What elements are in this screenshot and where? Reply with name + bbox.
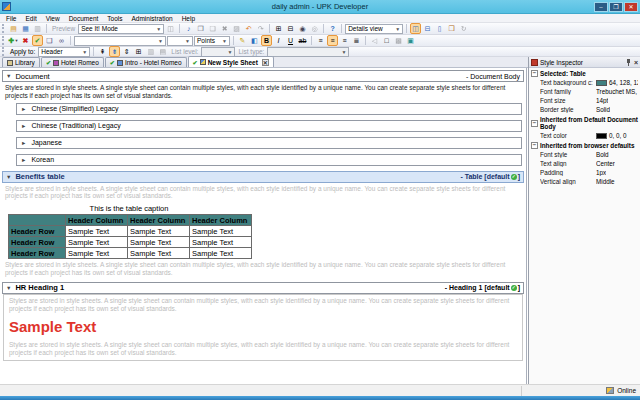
section-header-document[interactable]: ▼ Document - Document Body: [2, 70, 524, 82]
header-column-cell[interactable]: Header Column: [190, 215, 252, 226]
delete-style-icon[interactable]: ✖: [20, 35, 31, 46]
section-japanese[interactable]: ► Japanese: [16, 137, 522, 149]
details-view-select[interactable]: Details view▼: [345, 24, 403, 34]
header-row-cell[interactable]: Header Row: [9, 226, 66, 237]
sample-cell[interactable]: Sample Text: [190, 248, 252, 259]
find-icon[interactable]: ◉: [297, 23, 308, 34]
collapse-minus-icon[interactable]: −: [531, 70, 538, 77]
collapse-triangle-icon[interactable]: ▼: [6, 285, 11, 291]
section-title: Korean: [31, 156, 54, 163]
hr-heading-sample-text[interactable]: Sample Text: [4, 315, 522, 339]
table-style-icon[interactable]: ▣: [405, 35, 416, 46]
strikethrough-icon[interactable]: ab: [297, 35, 308, 46]
font-unit-select[interactable]: Points▼: [194, 36, 230, 46]
tile-vertical-icon[interactable]: ◫: [410, 23, 421, 34]
menu-document[interactable]: Document: [69, 15, 99, 22]
save-icon[interactable]: ▦: [20, 23, 31, 34]
line-spacing-icon[interactable]: ⇕: [121, 46, 132, 57]
section-header-hr-heading-1[interactable]: ▼ HR Heading 1 - Heading 1 [default ✓ ]: [2, 282, 524, 294]
sample-cell[interactable]: Sample Text: [66, 248, 128, 259]
menu-tools[interactable]: Tools: [107, 15, 122, 22]
section-title: Chinese (Traditional) Legacy: [31, 122, 120, 129]
menu-view[interactable]: View: [46, 15, 60, 22]
section-chinese-simplified[interactable]: ► Chinese (Simplified) Legacy: [16, 103, 522, 115]
tab-library[interactable]: Library: [2, 57, 40, 67]
copy-icon[interactable]: ❐: [195, 23, 206, 34]
validate-style-icon[interactable]: ✔: [32, 35, 43, 46]
sample-cell[interactable]: Sample Text: [190, 226, 252, 237]
collapse-minus-icon[interactable]: −: [531, 120, 538, 127]
collapse-triangle-icon[interactable]: ▼: [6, 174, 11, 180]
section-style-ref: - Heading 1 [default ✓ ]: [445, 284, 520, 291]
border-box-icon[interactable]: □: [381, 35, 392, 46]
list-level-select: ▼: [201, 47, 235, 57]
expand-triangle-icon[interactable]: ►: [21, 140, 26, 146]
benefits-table-preview[interactable]: Header Column Header Column Header Colum…: [8, 214, 252, 259]
align-center-icon[interactable]: ≡: [327, 35, 338, 46]
collapse-minus-icon[interactable]: −: [531, 142, 538, 149]
status-pane-main: [0, 386, 522, 396]
expand-triangle-icon[interactable]: ►: [21, 157, 26, 163]
expand-triangle-icon[interactable]: ►: [21, 123, 26, 129]
sample-cell[interactable]: Sample Text: [128, 226, 190, 237]
play-mode-select[interactable]: See It! Mode▼: [78, 24, 164, 34]
menu-help[interactable]: Help: [182, 15, 195, 22]
tab-intro-hotel-romeo[interactable]: ✔ Intro - Hotel Romeo: [105, 57, 187, 67]
bold-icon[interactable]: B: [261, 35, 272, 46]
spacing-before-icon[interactable]: ⇞: [97, 46, 108, 57]
header-column-cell[interactable]: Header Column: [128, 215, 190, 226]
menu-edit[interactable]: Edit: [25, 15, 36, 22]
panel-close-icon[interactable]: ×: [634, 59, 638, 66]
menu-administration[interactable]: Administration: [131, 15, 172, 22]
property-row: Vertical align Middle: [529, 177, 640, 186]
sample-cell[interactable]: Sample Text: [66, 226, 128, 237]
font-size-select[interactable]: ▼: [167, 36, 193, 46]
sound-icon[interactable]: ♪: [183, 23, 194, 34]
toolbar-grip: [2, 36, 5, 45]
expand-triangle-icon[interactable]: ►: [21, 106, 26, 112]
align-justify-icon[interactable]: ≣: [351, 35, 362, 46]
spacing-after-icon[interactable]: ⇟: [109, 46, 120, 57]
header-column-cell[interactable]: Header Column: [66, 215, 128, 226]
link-icon[interactable]: ∞: [56, 35, 67, 46]
help-icon[interactable]: ?: [327, 23, 338, 34]
table-corner-cell[interactable]: [9, 215, 66, 226]
underline-icon[interactable]: U: [285, 35, 296, 46]
sample-cell[interactable]: Sample Text: [190, 237, 252, 248]
new-page-icon[interactable]: ❏: [44, 35, 55, 46]
undo-icon[interactable]: ↶: [243, 23, 254, 34]
chevron-down-icon: ▼: [80, 49, 87, 55]
expand-all-icon[interactable]: ⊞: [273, 23, 284, 34]
align-left-icon[interactable]: ≡: [315, 35, 326, 46]
sample-cell[interactable]: Sample Text: [128, 248, 190, 259]
tile-horizontal-icon[interactable]: ⊟: [422, 23, 433, 34]
open-folder-icon[interactable]: ▤: [8, 23, 19, 34]
collapse-all-icon[interactable]: ⊟: [285, 23, 296, 34]
sample-cell[interactable]: Sample Text: [66, 237, 128, 248]
sample-cell[interactable]: Sample Text: [128, 237, 190, 248]
section-chinese-traditional[interactable]: ► Chinese (Traditional) Legacy: [16, 120, 522, 132]
collapse-triangle-icon[interactable]: ▼: [6, 73, 11, 79]
align-right-icon[interactable]: ≡: [339, 35, 350, 46]
add-style-icon[interactable]: ✚▼: [8, 35, 19, 46]
tab-close-icon[interactable]: ✕: [262, 59, 269, 66]
online-status-icon: [606, 387, 614, 394]
font-family-select[interactable]: ▼: [74, 36, 166, 46]
italic-icon[interactable]: I: [273, 35, 284, 46]
tab-hotel-romeo[interactable]: ✔ Hotel Romeo: [41, 57, 104, 67]
header-row-cell[interactable]: Header Row: [9, 248, 66, 259]
style-inspector-icon: [531, 59, 538, 66]
tab-new-style-sheet[interactable]: ✔ New Style Sheet ✕: [188, 56, 274, 67]
pin-icon[interactable]: [625, 59, 632, 66]
section-header-benefits-table[interactable]: ▼ Benefits table - Table [default ✓ ]: [2, 171, 524, 183]
text-highlight-icon[interactable]: ✎: [237, 35, 248, 46]
export-icon[interactable]: ❒: [446, 23, 457, 34]
window-bottom-edge: [0, 396, 640, 400]
menu-file[interactable]: File: [6, 15, 16, 22]
tile-single-icon[interactable]: ▯: [434, 23, 445, 34]
header-row-cell[interactable]: Header Row: [9, 237, 66, 248]
section-korean[interactable]: ► Korean: [16, 154, 522, 166]
fill-color-icon[interactable]: ◧: [249, 35, 260, 46]
apply-to-select[interactable]: Header▼: [38, 47, 90, 57]
insert-table-icon[interactable]: ⊞: [133, 46, 144, 57]
